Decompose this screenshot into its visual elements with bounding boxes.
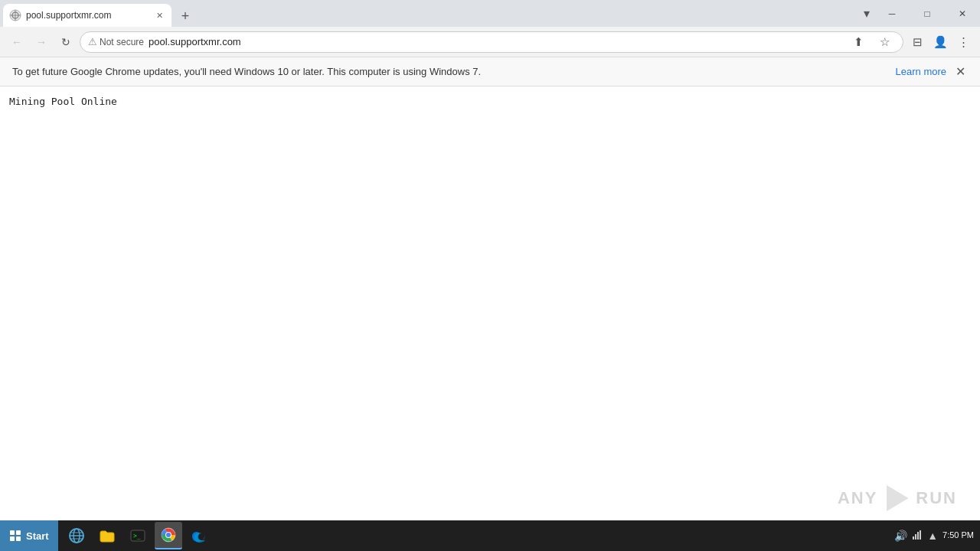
taskbar-edge[interactable] [185, 522, 213, 549]
forward-button[interactable]: → [31, 31, 52, 53]
title-bar: pool.supportxmr.com ✕ + ▾ ─ □ ✕ [0, 0, 980, 27]
chrome-icon [160, 527, 177, 543]
minimize-button[interactable]: ─ [874, 0, 910, 27]
folder-icon [99, 527, 116, 544]
toolbar: ← → ↻ ⚠ Not secure ⬆ ☆ ⊟ 👤 ⋮ [0, 27, 980, 57]
svg-rect-6 [10, 536, 15, 541]
svg-rect-19 [915, 534, 916, 540]
window-controls: ─ □ ✕ [874, 0, 980, 27]
svg-rect-5 [16, 530, 21, 535]
not-secure-label: Not secure [100, 37, 144, 47]
maximize-button[interactable]: □ [910, 0, 945, 27]
start-label: Start [26, 530, 49, 542]
learn-more-link[interactable]: Learn more [896, 66, 946, 77]
address-bar[interactable]: ⚠ Not secure ⬆ ☆ [80, 31, 903, 53]
tab-strip: pool.supportxmr.com ✕ + [0, 0, 196, 27]
tab-close-button[interactable]: ✕ [153, 9, 165, 21]
svg-point-17 [166, 533, 171, 537]
reload-button[interactable]: ↻ [55, 31, 77, 53]
page-main-text: Mining Pool Online [9, 96, 117, 107]
tray-network-icon[interactable] [912, 530, 923, 543]
ie-icon [68, 527, 85, 544]
menu-button[interactable]: ⋮ [952, 31, 974, 53]
tab-dropdown-button[interactable]: ▾ [861, 0, 873, 27]
share-button[interactable]: ⬆ [848, 31, 869, 53]
tray-time-display: 7:50 PM [942, 530, 974, 541]
split-button[interactable]: ⊟ [906, 31, 928, 53]
svg-rect-18 [913, 536, 914, 540]
tray-arrow-icon[interactable]: ▲ [927, 530, 938, 542]
info-bar-message: To get future Google Chrome updates, you… [12, 66, 890, 77]
taskbar-folder[interactable] [93, 522, 121, 549]
taskbar: Start >_ [0, 520, 980, 551]
back-button[interactable]: ← [6, 31, 28, 53]
page-content: Mining Pool Online [0, 86, 980, 520]
console-icon: >_ [129, 527, 146, 544]
tray-clock: 7:50 PM [942, 530, 974, 541]
svg-rect-4 [10, 530, 15, 535]
taskbar-ie[interactable] [63, 522, 90, 549]
svg-rect-21 [920, 530, 921, 540]
svg-text:>_: >_ [133, 533, 141, 540]
taskbar-chrome[interactable] [155, 522, 182, 549]
profile-button[interactable]: 👤 [929, 31, 951, 53]
active-tab[interactable]: pool.supportxmr.com ✕ [3, 4, 172, 27]
info-bar: To get future Google Chrome updates, you… [0, 57, 980, 86]
svg-rect-7 [16, 536, 21, 541]
taskbar-console[interactable]: >_ [124, 522, 152, 549]
toolbar-icons: ⊟ 👤 ⋮ [906, 31, 974, 53]
window-close-button[interactable]: ✕ [945, 0, 980, 27]
start-button[interactable]: Start [0, 520, 58, 551]
url-input[interactable] [149, 36, 843, 47]
info-bar-close-button[interactable]: ✕ [952, 64, 968, 80]
tab-favicon [9, 9, 21, 21]
tab-title: pool.supportxmr.com [26, 10, 149, 21]
start-icon [9, 530, 21, 542]
edge-icon [191, 527, 207, 544]
taskbar-apps: >_ [58, 522, 889, 549]
tray-volume-icon[interactable]: 🔊 [894, 530, 907, 542]
taskbar-tray: 🔊 ▲ 7:50 PM [888, 520, 980, 551]
svg-rect-20 [917, 532, 919, 540]
bookmark-button[interactable]: ☆ [874, 31, 895, 53]
new-tab-button[interactable]: + [175, 5, 196, 27]
not-secure-indicator: ⚠ Not secure [88, 36, 144, 47]
not-secure-icon: ⚠ [88, 36, 97, 47]
